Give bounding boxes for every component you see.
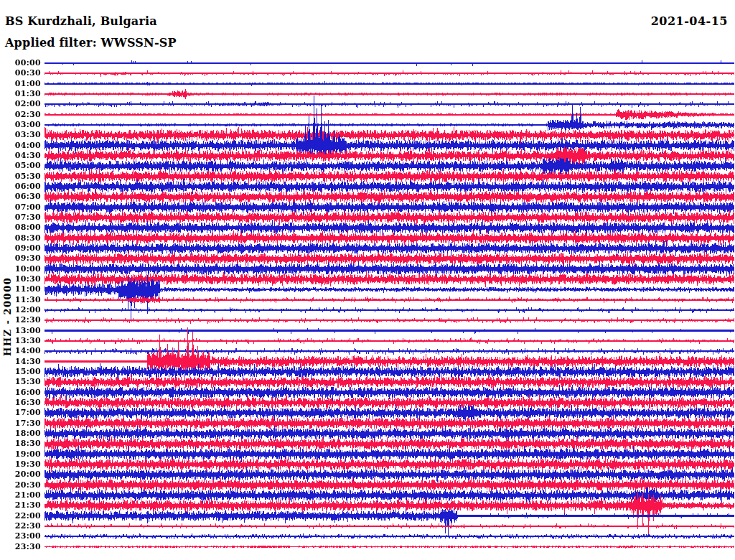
- time-label: 22:30: [0, 522, 41, 531]
- time-label: 16:30: [0, 398, 41, 407]
- time-label: 11:00: [0, 285, 41, 294]
- time-label: 12:30: [0, 316, 41, 325]
- helicorder-canvas: [0, 0, 735, 560]
- time-label: 19:00: [0, 450, 41, 459]
- time-label: 00:30: [0, 69, 41, 78]
- time-label: 06:00: [0, 182, 41, 191]
- time-label: 09:30: [0, 254, 41, 263]
- time-label: 03:00: [0, 121, 41, 129]
- time-label: 13:30: [0, 337, 41, 345]
- time-label: 14:00: [0, 347, 41, 355]
- time-label: 22:00: [0, 512, 41, 521]
- time-label: 20:00: [0, 470, 41, 479]
- time-label: 10:30: [0, 275, 41, 284]
- time-label: 14:30: [0, 358, 41, 366]
- time-label: 19:30: [0, 460, 41, 469]
- time-label: 15:00: [0, 368, 41, 376]
- time-label: 02:30: [0, 111, 41, 119]
- time-label: 13:00: [0, 327, 41, 335]
- time-label: 11:30: [0, 296, 41, 304]
- time-label: 05:00: [0, 162, 41, 170]
- time-label: 01:30: [0, 90, 41, 98]
- time-label: 17:30: [0, 419, 41, 428]
- time-label: 17:00: [0, 409, 41, 417]
- time-label: 04:00: [0, 141, 41, 150]
- time-label: 08:00: [0, 223, 41, 232]
- time-label: 05:30: [0, 172, 41, 181]
- time-label: 08:30: [0, 234, 41, 243]
- time-label: 23:30: [0, 543, 41, 551]
- time-label: 00:00: [0, 59, 41, 67]
- time-label: 18:00: [0, 429, 41, 438]
- time-label: 04:30: [0, 151, 41, 160]
- helicorder-page: BS Kurdzhali, Bulgaria 2021-04-15 Applie…: [0, 0, 735, 560]
- time-label: 07:00: [0, 203, 41, 212]
- time-label: 16:00: [0, 388, 41, 397]
- time-label: 01:00: [0, 80, 41, 88]
- time-label: 18:30: [0, 439, 41, 448]
- time-label: 12:00: [0, 306, 41, 314]
- time-label: 10:00: [0, 265, 41, 274]
- time-label: 06:30: [0, 192, 41, 201]
- time-label: 02:00: [0, 100, 41, 108]
- time-label: 20:30: [0, 481, 41, 490]
- time-label: 21:30: [0, 501, 41, 510]
- time-label: 23:00: [0, 532, 41, 541]
- time-label: 07:30: [0, 213, 41, 222]
- time-label: 09:00: [0, 244, 41, 253]
- time-label: 03:30: [0, 131, 41, 139]
- time-label: 15:30: [0, 378, 41, 386]
- time-label: 21:00: [0, 491, 41, 500]
